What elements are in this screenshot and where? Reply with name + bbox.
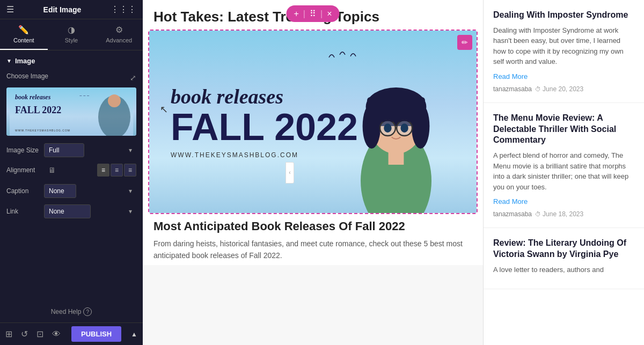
book-banner-text: book releases FALL 2022 WWW.THEKEYSMASHB… (171, 85, 358, 159)
banner-line3: FALL 2022 (171, 108, 358, 146)
article-excerpt: From daring heists, historical fantasies… (153, 238, 472, 262)
expand-icon[interactable]: ▲ (131, 331, 137, 338)
sidebar-card-2: The Menu Movie Review: A Delectable Thri… (484, 103, 644, 228)
image-size-row: Image Size Full Large Medium Thumbnail (6, 143, 136, 157)
responsive-icon[interactable]: ⊡ (36, 329, 43, 339)
left-panel: ☰ Edit Image ⋮⋮⋮ ✏️ Content ◑ Style ⚙ Ad… (0, 0, 143, 345)
sidebar-card-excerpt-1: Dealing with Imposter Syndrome at work h… (493, 25, 634, 67)
caption-select[interactable]: None Custom (44, 184, 76, 198)
canvas-area: Hot Takes: Latest Trending Topics ✏ book (143, 0, 483, 265)
sidebar-card-1: Dealing With Imposter Syndrome Dealing w… (484, 0, 644, 103)
link-label: Link (6, 208, 44, 215)
grid-icon[interactable]: ⋮⋮⋮ (111, 4, 136, 14)
link-select-wrapper: None Media File Custom URL (44, 204, 136, 218)
meta-author-1: tanazmasaba (493, 85, 532, 93)
section-arrow-icon: ▼ (6, 58, 12, 64)
article-meta: Most Anticipated Book Releases Of Fall 2… (143, 214, 483, 265)
link-select[interactable]: None Media File Custom URL (44, 204, 91, 218)
book-banner: book releases FALL 2022 WWW.THEKEYSMASHB… (149, 31, 477, 213)
caption-select-wrapper: None Custom (44, 184, 136, 198)
right-sidebar: Dealing With Imposter Syndrome Dealing w… (483, 0, 644, 345)
sidebar-card-3: Review: The Literary Undoing Of Victoria… (484, 228, 644, 289)
move-icon[interactable]: ⠿ (310, 9, 316, 19)
alignment-label: Alignment (6, 166, 44, 174)
svg-text:WWW.THEKEYSMASHBLOG.COM: WWW.THEKEYSMASHBLOG.COM (15, 129, 70, 132)
selected-image-container[interactable]: ✏ book releases FALL 2022 WWW.THEKEYSM (148, 30, 478, 214)
banner-website: WWW.THEKEYSMASHBLOG.COM (171, 151, 358, 159)
sidebar-card-excerpt-2: A perfect blend of horror and comedy, Th… (493, 150, 634, 192)
sidebar-card-title-1: Dealing With Imposter Syndrome (493, 10, 634, 21)
history-icon[interactable]: ↺ (21, 329, 28, 339)
need-help-text: Need Help (51, 308, 82, 315)
choose-image-header: Choose Image ⤢ (6, 72, 136, 83)
choose-image-label: Choose Image (6, 72, 48, 80)
floating-toolbar: + | ⠿ | × (287, 5, 340, 22)
add-icon[interactable]: + (294, 9, 299, 19)
top-bar: ☰ Edit Image ⋮⋮⋮ (0, 0, 143, 19)
panel-title: Edit Image (43, 5, 82, 14)
image-size-label: Image Size (6, 146, 44, 154)
banner-girl (332, 52, 460, 213)
tab-advanced-label: Advanced (106, 37, 132, 43)
toolbar-divider: | (303, 9, 305, 19)
choose-image-row: Choose Image ⤢ (6, 72, 136, 136)
align-center-button[interactable]: ≡ (111, 164, 123, 177)
svg-point-16 (384, 123, 391, 133)
desktop-icon: 🖥 (48, 166, 56, 174)
caption-row: Caption None Custom (6, 184, 136, 198)
sidebar-card-title-2: The Menu Movie Review: A Delectable Thri… (493, 113, 634, 146)
tab-content-label: Content (13, 37, 34, 43)
bottom-bar: ⊞ ↺ ⊡ 👁 PUBLISH ▲ (0, 322, 143, 345)
image-preview[interactable]: book releases FALL 2022 WWW.THEKEYSMASHB… (6, 87, 136, 136)
sidebar-card-meta-1: tanazmasaba June 20, 2023 (493, 85, 634, 93)
svg-point-17 (400, 123, 408, 133)
read-more-1[interactable]: Read More (493, 72, 528, 80)
tab-style-label: Style (65, 37, 78, 43)
toolbar-divider2: | (320, 9, 323, 19)
link-row: Link None Media File Custom URL (6, 204, 136, 218)
align-buttons: ≡ ≡ ≡ (97, 164, 136, 177)
meta-author-2: tanazmasaba (493, 210, 532, 218)
publish-button[interactable]: PUBLISH (71, 326, 121, 342)
meta-date-2: June 18, 2023 (535, 210, 583, 218)
edit-image-button[interactable]: ✏ (457, 35, 472, 50)
tab-content[interactable]: ✏️ Content (0, 19, 48, 50)
caption-label: Caption (6, 187, 44, 195)
need-help-section: Need Help ? (0, 301, 143, 322)
svg-text:FALL 2022: FALL 2022 (15, 105, 61, 115)
collapse-panel-button[interactable]: ‹ (286, 162, 294, 183)
content-tab-icon: ✏️ (18, 25, 29, 35)
alignment-row: Alignment 🖥 ≡ ≡ ≡ (6, 164, 136, 177)
align-left-button[interactable]: ≡ (97, 164, 109, 177)
sidebar-card-meta-2: tanazmasaba June 18, 2023 (493, 210, 634, 218)
tab-style[interactable]: ◑ Style (48, 19, 96, 50)
advanced-tab-icon: ⚙ (115, 25, 123, 35)
cursor-indicator: ↖ (160, 104, 168, 115)
read-more-2[interactable]: Read More (493, 197, 528, 205)
layers-icon[interactable]: ⊞ (5, 329, 12, 339)
meta-date-1: June 20, 2023 (535, 85, 583, 93)
tab-advanced[interactable]: ⚙ Advanced (95, 19, 143, 50)
image-section-header: ▼ Image (6, 57, 136, 65)
duplicate-icon[interactable]: ⤢ (130, 74, 136, 82)
align-right-button[interactable]: ≡ (124, 164, 136, 177)
tab-bar: ✏️ Content ◑ Style ⚙ Advanced (0, 19, 143, 50)
svg-text:book releases: book releases (15, 93, 51, 101)
image-size-select-wrapper: Full Large Medium Thumbnail (44, 143, 136, 157)
article-title: Most Anticipated Book Releases Of Fall 2… (153, 219, 472, 233)
help-icon[interactable]: ? (83, 307, 92, 316)
sidebar-card-title-3: Review: The Literary Undoing Of Victoria… (493, 238, 634, 260)
image-size-select[interactable]: Full Large Medium Thumbnail (44, 143, 84, 157)
svg-rect-18 (389, 152, 404, 165)
banner-line1: book releases (171, 85, 358, 108)
hamburger-icon[interactable]: ☰ (6, 4, 14, 14)
close-icon[interactable]: × (327, 9, 332, 19)
image-preview-inner: book releases FALL 2022 WWW.THEKEYSMASHB… (6, 87, 136, 136)
eye-icon[interactable]: 👁 (52, 329, 61, 339)
panel-content: ▼ Image Choose Image ⤢ (0, 50, 143, 301)
style-tab-icon: ◑ (68, 25, 75, 35)
svg-rect-12 (367, 97, 425, 126)
preview-svg: book releases FALL 2022 WWW.THEKEYSMASHB… (6, 87, 136, 136)
svg-point-5 (108, 94, 121, 107)
svg-text:~ ~ ~: ~ ~ ~ (79, 93, 90, 98)
